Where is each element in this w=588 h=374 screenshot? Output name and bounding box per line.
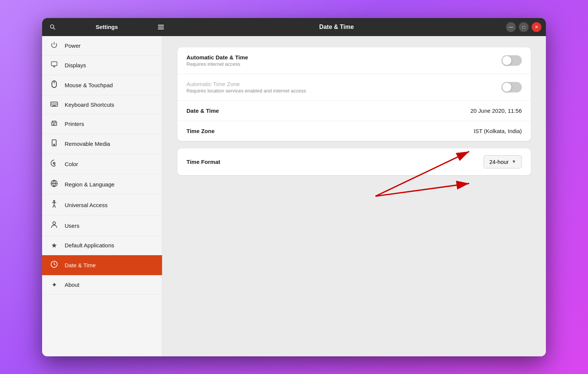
datetime-card: Automatic Date & Time Requires internet …	[177, 47, 531, 141]
mouse-label: Mouse & Touchpad	[65, 82, 113, 88]
sidebar-item-default-apps[interactable]: ★ Default Applications	[42, 236, 162, 255]
maximize-button[interactable]: □	[519, 22, 529, 32]
power-label: Power	[65, 42, 81, 49]
printers-label: Printers	[65, 121, 84, 127]
app-title: Settings	[62, 24, 151, 30]
search-button[interactable]	[47, 21, 59, 33]
region-icon	[50, 180, 59, 189]
timeformat-label: Time Format	[186, 159, 220, 165]
displays-label: Displays	[65, 62, 86, 68]
auto-timezone-label: Automatic Time Zone	[186, 81, 306, 87]
dropdown-arrow-icon: ▼	[512, 159, 516, 164]
datetime-value-label: Date & Time	[186, 108, 219, 114]
svg-point-31	[53, 200, 55, 202]
sidebar-item-displays[interactable]: Displays	[42, 56, 162, 75]
sidebar-item-power[interactable]: Power	[42, 36, 162, 56]
content-area: Power Displays	[42, 36, 546, 356]
auto-timezone-sublabel: Requires location services enabled and i…	[186, 88, 306, 94]
titlebar-left: Settings	[47, 21, 167, 33]
users-label: Users	[65, 223, 79, 229]
sidebar-item-users[interactable]: Users	[42, 216, 162, 236]
toggle-thumb-2	[502, 83, 511, 92]
auto-timezone-labels: Automatic Time Zone Requires location se…	[186, 81, 306, 94]
sidebar-item-keyboard[interactable]: Keyboard Shortcuts	[42, 95, 162, 114]
sidebar-item-date-time[interactable]: Date & Time	[42, 255, 162, 276]
svg-rect-2	[158, 25, 164, 26]
sidebar-item-color[interactable]: Color	[42, 154, 162, 174]
date-time-label: Date & Time	[65, 262, 96, 268]
timezone-value-label: Time Zone	[186, 128, 215, 134]
timeformat-card: Time Format 24-hour ▼	[177, 148, 531, 175]
default-apps-label: Default Applications	[65, 242, 114, 248]
svg-line-34	[53, 204, 54, 207]
sidebar-item-mouse[interactable]: Mouse & Touchpad	[42, 75, 162, 95]
sidebar: Power Displays	[42, 36, 162, 356]
timeformat-row: Time Format 24-hour ▼	[177, 148, 531, 175]
svg-rect-6	[52, 62, 57, 66]
svg-line-40	[376, 183, 469, 196]
main-content: Automatic Date & Time Requires internet …	[162, 36, 546, 356]
datetime-value-row[interactable]: Date & Time 20 June 2020, 11:56	[177, 101, 531, 121]
close-button[interactable]: ✕	[532, 22, 541, 32]
auto-timezone-row: Automatic Time Zone Requires location se…	[177, 74, 531, 101]
keyboard-label: Keyboard Shortcuts	[65, 101, 114, 108]
svg-line-1	[53, 28, 55, 29]
svg-rect-3	[158, 27, 164, 27]
power-icon	[50, 41, 59, 50]
sidebar-item-region[interactable]: Region & Language	[42, 174, 162, 195]
auto-datetime-toggle[interactable]	[502, 55, 522, 66]
titlebar: Settings Date & Time — □ ✕	[42, 18, 546, 36]
minimize-button[interactable]: —	[506, 22, 516, 32]
auto-datetime-sublabel: Requires internet access	[186, 61, 248, 67]
timeformat-dropdown[interactable]: 24-hour ▼	[483, 155, 522, 168]
removable-icon	[50, 139, 59, 148]
printers-icon	[50, 120, 59, 128]
users-icon	[50, 221, 59, 230]
timezone-value-row[interactable]: Time Zone IST (Kolkata, India)	[177, 121, 531, 141]
universal-access-icon	[50, 200, 59, 210]
sidebar-item-printers[interactable]: Printers	[42, 114, 162, 134]
removable-label: Removable Media	[65, 141, 110, 147]
svg-point-36	[53, 221, 55, 224]
universal-access-label: Universal Access	[65, 202, 108, 208]
auto-datetime-label: Automatic Date & Time	[186, 54, 248, 61]
color-label: Color	[65, 161, 78, 167]
sidebar-item-universal-access[interactable]: Universal Access	[42, 195, 162, 216]
region-label: Region & Language	[65, 181, 115, 188]
keyboard-icon	[50, 101, 59, 109]
displays-icon	[50, 61, 59, 70]
datetime-value: 20 June 2020, 11:56	[470, 108, 522, 114]
sidebar-item-removable[interactable]: Removable Media	[42, 134, 162, 154]
sidebar-item-about[interactable]: ✦ About	[42, 276, 162, 295]
auto-timezone-toggle[interactable]	[502, 82, 522, 92]
svg-rect-4	[158, 29, 164, 29]
auto-datetime-row: Automatic Date & Time Requires internet …	[177, 47, 531, 74]
toggle-thumb-1	[502, 56, 511, 65]
color-icon	[50, 159, 59, 169]
date-time-icon	[50, 260, 59, 270]
app-window: Settings Date & Time — □ ✕	[42, 18, 546, 356]
svg-line-35	[54, 204, 56, 207]
menu-button[interactable]	[155, 21, 167, 33]
svg-point-27	[54, 144, 55, 145]
about-label: About	[65, 282, 79, 288]
timezone-value: IST (Kolkata, India)	[474, 128, 522, 134]
window-controls: — □ ✕	[506, 22, 541, 32]
timeformat-value: 24-hour	[489, 159, 509, 165]
page-title: Date & Time	[167, 24, 506, 30]
auto-datetime-labels: Automatic Date & Time Requires internet …	[186, 54, 248, 67]
default-apps-icon: ★	[50, 241, 59, 250]
about-icon: ✦	[50, 281, 59, 289]
mouse-icon	[50, 80, 59, 90]
